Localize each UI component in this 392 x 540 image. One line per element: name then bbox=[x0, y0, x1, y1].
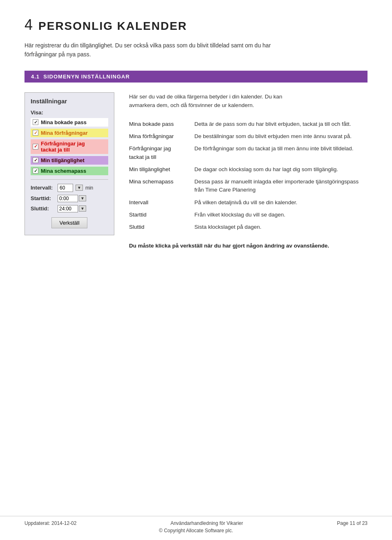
intervall-input[interactable] bbox=[58, 184, 73, 192]
def-desc-schemapass: Dessa pass är manuellt inlagda eller imp… bbox=[194, 176, 368, 196]
footer-page: Page 11 of 23 bbox=[337, 520, 368, 526]
def-term-sluttid: Sluttid bbox=[129, 221, 194, 233]
verkstall-button[interactable]: Verkställ bbox=[51, 217, 87, 228]
visa-label: Visa: bbox=[31, 109, 108, 116]
section-heading: 4.1 Sidomenyn inställningar bbox=[24, 71, 368, 83]
checkbox-tackat-ja[interactable]: ✓ Förfrågningar jagtackat ja till bbox=[31, 139, 108, 154]
checkbox-icon: ✓ bbox=[33, 130, 38, 136]
def-row-tackat: Förfrågningar jagtackat ja till De förfr… bbox=[129, 143, 368, 163]
def-desc-tackat: De förfrågningar som du tackat ja till m… bbox=[194, 143, 368, 163]
sluttid-row: Sluttid: ▼ bbox=[31, 205, 108, 212]
def-term-tackat: Förfrågningar jagtackat ja till bbox=[129, 143, 194, 163]
def-desc-forfrågningar: De beställningar som du blivit erbjuden … bbox=[194, 130, 368, 143]
page-footer: Uppdaterat: 2014-12-02 Användarhandledni… bbox=[0, 516, 392, 540]
def-desc-tillganglighet: De dagar och klockslag som du har lagt d… bbox=[194, 163, 368, 176]
sluttid-field: ▼ bbox=[58, 205, 86, 212]
def-row-sluttid: Sluttid Sista klockslaget på dagen. bbox=[129, 221, 368, 233]
footer-top: Uppdaterat: 2014-12-02 Användarhandledni… bbox=[24, 520, 368, 526]
def-desc-intervall: På vilken detaljnivå du vill se din kale… bbox=[194, 196, 368, 209]
def-row-bokade: Mina bokade pass Detta är de pass som du… bbox=[129, 118, 368, 130]
checkbox-label-5: Mina schemapass bbox=[41, 168, 86, 174]
def-term-starttid: Starttid bbox=[129, 209, 194, 221]
def-term-tillganglighet: Min tillgänglighet bbox=[129, 163, 194, 176]
description-intro: Här ser du vad de olika färgerna betyder… bbox=[129, 92, 368, 110]
def-term-bokade: Mina bokade pass bbox=[129, 118, 194, 130]
sidebar-mockup: Inställningar Visa: ✓ Mina bokade pass ✓… bbox=[24, 92, 114, 235]
def-row-intervall: Intervall På vilken detaljnivå du vill s… bbox=[129, 196, 368, 209]
starttid-dropdown-arrow[interactable]: ▼ bbox=[79, 195, 86, 201]
checkbox-forfrågningar[interactable]: ✓ Mina förfrågningar bbox=[31, 129, 108, 137]
definition-table: Mina bokade pass Detta är de pass som du… bbox=[129, 118, 368, 234]
starttid-label: Starttid: bbox=[31, 195, 55, 201]
intervall-row: Intervall: ▼ min bbox=[31, 184, 108, 192]
def-row-forfrågningar: Mina förfrågningar De beställningar som … bbox=[129, 130, 368, 143]
intervall-dropdown[interactable]: ▼ bbox=[76, 185, 83, 191]
checkbox-label-3: Förfrågningar jagtackat ja till bbox=[41, 141, 85, 153]
description-area: Här ser du vad de olika färgerna betyder… bbox=[129, 92, 368, 250]
def-term-intervall: Intervall bbox=[129, 196, 194, 209]
checkbox-icon: ✓ bbox=[33, 157, 38, 163]
sluttid-input[interactable] bbox=[58, 205, 78, 212]
chapter-name: Personlig kalender bbox=[38, 20, 187, 33]
checkbox-tillganglighet[interactable]: ✓ Min tillgänglighet bbox=[31, 156, 108, 165]
checkbox-schemapass[interactable]: ✓ Mina schemapass bbox=[31, 167, 108, 175]
sidebar-title: Inställningar bbox=[31, 98, 108, 105]
starttid-input[interactable] bbox=[58, 195, 78, 202]
def-desc-starttid: Från vilket klockslag du vill se dagen. bbox=[194, 209, 368, 221]
def-term-forfrågningar: Mina förfrågningar bbox=[129, 130, 194, 143]
chapter-title: 4 Personlig kalender bbox=[24, 16, 368, 33]
sluttid-label: Sluttid: bbox=[31, 205, 55, 212]
footer-updated: Uppdaterat: 2014-12-02 bbox=[24, 520, 76, 526]
sluttid-dropdown-arrow[interactable]: ▼ bbox=[79, 205, 86, 212]
footer-manual: Användarhandledning för Vikarier bbox=[170, 520, 243, 526]
def-row-starttid: Starttid Från vilket klockslag du vill s… bbox=[129, 209, 368, 221]
chapter-number: 4 bbox=[24, 16, 33, 33]
starttid-row: Starttid: ▼ bbox=[31, 195, 108, 202]
checkbox-bokade-pass[interactable]: ✓ Mina bokade pass bbox=[31, 118, 108, 127]
divider bbox=[31, 179, 108, 180]
checkbox-label-4: Min tillgänglighet bbox=[41, 157, 85, 163]
def-row-tillganglighet: Min tillgänglighet De dagar och klocksla… bbox=[129, 163, 368, 176]
intervall-label: Intervall: bbox=[31, 185, 55, 191]
section-body: Inställningar Visa: ✓ Mina bokade pass ✓… bbox=[24, 92, 368, 250]
def-desc-sluttid: Sista klockslaget på dagen. bbox=[194, 221, 368, 233]
chapter-intro: Här registrerar du din tillgänglighet. D… bbox=[24, 41, 359, 59]
intervall-unit: min bbox=[85, 185, 93, 191]
starttid-field: ▼ bbox=[58, 195, 86, 202]
checkbox-icon: ✓ bbox=[33, 144, 38, 150]
checkbox-label-1: Mina bokade pass bbox=[41, 119, 87, 125]
def-desc-bokade: Detta är de pass som du har blivit erbju… bbox=[194, 118, 368, 130]
checkbox-icon: ✓ bbox=[33, 119, 38, 125]
def-row-schemapass: Mina schemapass Dessa pass är manuellt i… bbox=[129, 176, 368, 196]
def-term-schemapass: Mina schemapass bbox=[129, 176, 194, 196]
checkbox-label-2: Mina förfrågningar bbox=[41, 130, 88, 136]
footer-copyright: © Copyright Allocate Software plc. bbox=[24, 528, 368, 533]
checkbox-icon: ✓ bbox=[33, 168, 38, 174]
notice-text: Du måste klicka på verkställ när du har … bbox=[129, 241, 358, 250]
